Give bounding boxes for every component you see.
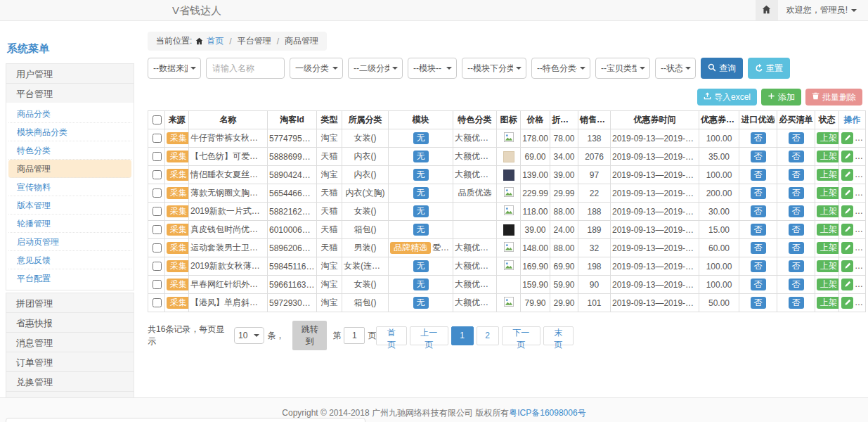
imported-toggle-badge[interactable]: 否	[751, 132, 766, 144]
must-buy-toggle-badge[interactable]: 否	[789, 224, 804, 236]
module-badge[interactable]: 无	[413, 187, 429, 199]
must-buy-toggle-badge[interactable]: 否	[789, 297, 804, 309]
status-badge[interactable]: 上架	[817, 279, 839, 290]
sidebar-item-product-category[interactable]: 商品分类	[8, 105, 131, 123]
must-buy-toggle-badge[interactable]: 否	[789, 169, 804, 181]
imported-toggle-badge[interactable]: 否	[751, 260, 766, 272]
sidebar-item-platform-management[interactable]: 平台管理	[6, 83, 134, 103]
filter-category-level1-select[interactable]: 一级分类	[290, 58, 343, 79]
sidebar-item-splash-page-management[interactable]: 启动页管理	[8, 233, 131, 251]
status-badge[interactable]: 上架	[817, 169, 839, 181]
sidebar-item-product-management[interactable]: 商品管理	[8, 160, 131, 178]
module-badge[interactable]: 无	[413, 224, 429, 236]
edit-button[interactable]	[841, 169, 853, 181]
module-badge[interactable]: 无	[413, 132, 429, 144]
row-checkbox[interactable]	[153, 298, 162, 307]
imported-toggle-badge[interactable]: 否	[751, 242, 766, 254]
filter-data-source-select[interactable]: --数据来源--	[148, 58, 201, 79]
filter-status-select[interactable]: --状态--	[655, 58, 696, 79]
jump-button[interactable]: 跳转到	[292, 321, 327, 350]
reset-button[interactable]: 重置	[748, 58, 790, 79]
add-button[interactable]: 添加	[761, 89, 801, 106]
sidebar-item-platform-config[interactable]: 平台配置	[8, 269, 131, 288]
pager-first[interactable]: 首页	[376, 326, 406, 345]
filter-item-type-select[interactable]: --宝贝类型--	[595, 58, 650, 79]
row-checkbox[interactable]	[153, 262, 162, 271]
edit-button[interactable]	[841, 242, 853, 254]
sidebar-item-module-product-category[interactable]: 模块商品分类	[8, 123, 131, 141]
jump-page-input[interactable]	[344, 327, 365, 344]
edit-button[interactable]	[841, 297, 853, 309]
row-checkbox[interactable]	[153, 243, 162, 252]
pager-page-2[interactable]: 2	[477, 326, 499, 345]
sidebar-item-user-management[interactable]: 用户管理	[6, 63, 134, 84]
module-badge[interactable]: 无	[413, 260, 429, 272]
sidebar-item-version-management[interactable]: 版本管理	[8, 196, 131, 215]
must-buy-toggle-badge[interactable]: 否	[789, 260, 804, 272]
pager-next[interactable]: 下一页	[502, 326, 540, 345]
status-badge[interactable]: 上架	[817, 242, 839, 254]
status-badge[interactable]: 上架	[817, 151, 839, 162]
filter-module-sub-select[interactable]: --模块下分类--	[462, 58, 526, 79]
must-buy-toggle-badge[interactable]: 否	[789, 151, 804, 162]
must-buy-toggle-badge[interactable]: 否	[789, 205, 804, 217]
sidebar-item-feature-category[interactable]: 特色分类	[8, 141, 131, 160]
sidebar-item-feedback[interactable]: 意见反馈	[8, 251, 131, 269]
row-checkbox[interactable]	[153, 152, 162, 161]
must-buy-toggle-badge[interactable]: 否	[789, 187, 804, 199]
imported-toggle-badge[interactable]: 否	[751, 205, 766, 217]
filter-feature-category-select[interactable]: --特色分类--	[531, 58, 590, 79]
edit-button[interactable]	[841, 151, 853, 162]
edit-button[interactable]	[841, 260, 853, 272]
status-badge[interactable]: 上架	[817, 205, 839, 217]
status-badge[interactable]: 上架	[817, 224, 839, 236]
edit-button[interactable]	[841, 132, 853, 144]
row-checkbox[interactable]	[153, 134, 162, 143]
filter-category-level2-select[interactable]: --二级分类--	[348, 58, 403, 79]
status-badge[interactable]: 上架	[817, 297, 839, 309]
pager-last[interactable]: 末页	[543, 326, 574, 345]
module-badge[interactable]: 品牌精选	[390, 242, 431, 254]
sidebar-item-group-buy-management[interactable]: 拼团管理	[6, 293, 134, 313]
batch-delete-button[interactable]: 批量删除	[805, 89, 862, 106]
query-button[interactable]: 查询	[701, 58, 743, 79]
pager-page-1[interactable]: 1	[451, 326, 474, 345]
module-badge[interactable]: 无	[413, 297, 429, 309]
filter-module-select[interactable]: --模块--	[408, 58, 457, 79]
home-button[interactable]	[756, 0, 778, 20]
module-badge[interactable]: 无	[413, 205, 429, 217]
sidebar-item-settlement-management[interactable]: 结算管理	[6, 391, 134, 397]
must-buy-toggle-badge[interactable]: 否	[789, 242, 804, 254]
select-all-checkbox[interactable]	[153, 115, 162, 124]
status-badge[interactable]: 上架	[817, 187, 839, 199]
imported-toggle-badge[interactable]: 否	[751, 169, 766, 181]
row-checkbox[interactable]	[153, 170, 162, 179]
imported-toggle-badge[interactable]: 否	[751, 224, 766, 236]
icp-link[interactable]: 粤ICP备16098006号	[509, 408, 585, 418]
imported-toggle-badge[interactable]: 否	[751, 279, 766, 290]
module-badge[interactable]: 无	[413, 169, 429, 181]
sidebar-item-savings-express[interactable]: 省惠快报	[6, 312, 134, 333]
user-menu[interactable]: 欢迎您，管理员!	[786, 4, 857, 16]
breadcrumb-home-link[interactable]: 首页	[207, 35, 224, 47]
pager-prev[interactable]: 上一页	[410, 326, 448, 345]
status-badge[interactable]: 上架	[817, 260, 839, 272]
sidebar-item-message-management[interactable]: 消息管理	[6, 332, 134, 352]
must-buy-toggle-badge[interactable]: 否	[789, 132, 804, 144]
status-badge[interactable]: 上架	[817, 132, 839, 144]
module-badge[interactable]: 无	[413, 151, 429, 162]
module-badge[interactable]: 无	[413, 279, 429, 290]
sidebar-item-order-management[interactable]: 订单管理	[6, 352, 134, 372]
imported-toggle-badge[interactable]: 否	[751, 151, 766, 162]
edit-button[interactable]	[841, 205, 853, 217]
sidebar-item-carousel-management[interactable]: 轮播管理	[8, 215, 131, 233]
edit-button[interactable]	[841, 279, 853, 290]
edit-button[interactable]	[841, 187, 853, 199]
import-excel-button[interactable]: 导入excel	[697, 89, 757, 106]
filter-name-input[interactable]	[206, 58, 285, 79]
imported-toggle-badge[interactable]: 否	[751, 297, 766, 309]
row-checkbox[interactable]	[153, 207, 162, 216]
sidebar-item-exchange-management[interactable]: 兑换管理	[6, 371, 134, 392]
imported-toggle-badge[interactable]: 否	[751, 187, 766, 199]
page-size-select[interactable]: 10	[234, 327, 264, 344]
